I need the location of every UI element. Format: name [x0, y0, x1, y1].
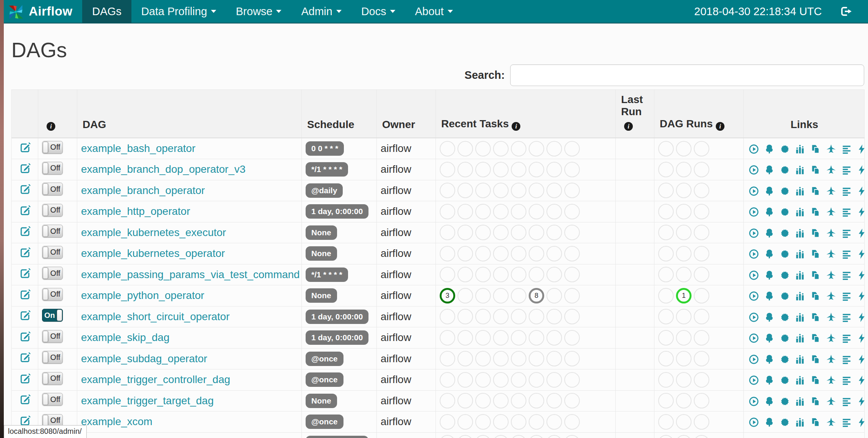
lightning-icon[interactable]	[857, 375, 867, 385]
graph-burst-icon[interactable]	[780, 396, 790, 407]
bar-chart-icon[interactable]	[795, 312, 805, 322]
edit-dag-icon[interactable]	[19, 267, 31, 279]
align-left-icon[interactable]	[841, 207, 852, 217]
play-circle-icon[interactable]	[749, 291, 759, 301]
bar-chart-icon[interactable]	[795, 396, 805, 407]
align-left-icon[interactable]	[841, 333, 852, 343]
duplicate-icon[interactable]	[810, 333, 821, 343]
play-circle-icon[interactable]	[749, 144, 759, 154]
lightning-icon[interactable]	[857, 396, 867, 407]
play-circle-icon[interactable]	[749, 228, 759, 238]
dag-pause-toggle[interactable]: On	[42, 309, 63, 322]
dag-pause-toggle[interactable]: Off	[42, 330, 63, 343]
bar-chart-icon[interactable]	[795, 333, 805, 343]
duplicate-icon[interactable]	[810, 375, 821, 385]
bar-chart-icon[interactable]	[795, 291, 805, 301]
duplicate-icon[interactable]	[810, 417, 821, 427]
edit-dag-icon[interactable]	[19, 415, 31, 426]
play-circle-icon[interactable]	[749, 249, 759, 259]
edit-dag-icon[interactable]	[19, 373, 31, 384]
nav-item-admin[interactable]: Admin	[291, 0, 351, 23]
sign-out-icon[interactable]	[839, 5, 852, 18]
dag-pause-toggle[interactable]: Off	[42, 267, 63, 280]
play-circle-icon[interactable]	[749, 186, 759, 196]
tree-icon[interactable]	[764, 291, 774, 301]
lightning-icon[interactable]	[857, 417, 867, 427]
plane-icon[interactable]	[826, 186, 836, 196]
tree-icon[interactable]	[764, 312, 774, 322]
align-left-icon[interactable]	[841, 249, 852, 259]
lightning-icon[interactable]	[857, 165, 867, 175]
graph-burst-icon[interactable]	[780, 249, 790, 259]
edit-dag-icon[interactable]	[19, 394, 31, 405]
graph-burst-icon[interactable]	[780, 144, 790, 154]
airflow-brand[interactable]: Airflow	[4, 0, 82, 23]
lightning-icon[interactable]	[857, 207, 867, 217]
nav-item-docs[interactable]: Docs	[351, 0, 405, 23]
play-circle-icon[interactable]	[749, 270, 759, 280]
align-left-icon[interactable]	[841, 396, 852, 407]
dag-link[interactable]: example_xcom	[81, 416, 152, 427]
edit-dag-icon[interactable]	[19, 247, 31, 258]
lightning-icon[interactable]	[857, 270, 867, 280]
bar-chart-icon[interactable]	[795, 354, 805, 364]
edit-dag-icon[interactable]	[19, 225, 31, 237]
dag-link[interactable]: example_kubernetes_executor	[81, 227, 226, 238]
tree-icon[interactable]	[764, 165, 774, 175]
dag-pause-toggle[interactable]: Off	[42, 246, 63, 259]
dag-pause-toggle[interactable]: Off	[42, 204, 63, 217]
edit-dag-icon[interactable]	[19, 289, 31, 300]
duplicate-icon[interactable]	[810, 270, 821, 280]
edit-dag-icon[interactable]	[19, 205, 31, 216]
bar-chart-icon[interactable]	[795, 207, 805, 217]
lightning-icon[interactable]	[857, 144, 867, 154]
align-left-icon[interactable]	[841, 312, 852, 322]
bar-chart-icon[interactable]	[795, 249, 805, 259]
graph-burst-icon[interactable]	[780, 207, 790, 217]
align-left-icon[interactable]	[841, 165, 852, 175]
play-circle-icon[interactable]	[749, 396, 759, 407]
play-circle-icon[interactable]	[749, 354, 759, 364]
dag-pause-toggle[interactable]: Off	[42, 372, 63, 385]
graph-burst-icon[interactable]	[780, 375, 790, 385]
play-circle-icon[interactable]	[749, 165, 759, 175]
tree-icon[interactable]	[764, 354, 774, 364]
edit-dag-icon[interactable]	[19, 142, 31, 153]
tree-icon[interactable]	[764, 375, 774, 385]
bar-chart-icon[interactable]	[795, 270, 805, 280]
plane-icon[interactable]	[826, 312, 836, 322]
dag-link[interactable]: example_kubernetes_operator	[81, 247, 225, 259]
edit-dag-icon[interactable]	[19, 183, 31, 195]
bar-chart-icon[interactable]	[795, 144, 805, 154]
dag-link[interactable]: example_http_operator	[81, 205, 190, 217]
lightning-icon[interactable]	[857, 312, 867, 322]
dag-pause-toggle[interactable]: Off	[42, 183, 63, 196]
align-left-icon[interactable]	[841, 291, 852, 301]
dag-pause-toggle[interactable]: Off	[42, 351, 63, 364]
tree-icon[interactable]	[764, 333, 774, 343]
plane-icon[interactable]	[826, 249, 836, 259]
align-left-icon[interactable]	[841, 417, 852, 427]
dag-pause-toggle[interactable]: Off	[42, 393, 63, 406]
duplicate-icon[interactable]	[810, 396, 821, 407]
duplicate-icon[interactable]	[810, 249, 821, 259]
dag-link[interactable]: example_bash_operator	[81, 142, 195, 154]
bar-chart-icon[interactable]	[795, 186, 805, 196]
tree-icon[interactable]	[764, 270, 774, 280]
graph-burst-icon[interactable]	[780, 312, 790, 322]
nav-item-about[interactable]: About	[405, 0, 463, 23]
dag-link[interactable]: example_trigger_controller_dag	[81, 374, 230, 385]
edit-dag-icon[interactable]	[19, 163, 31, 174]
bar-chart-icon[interactable]	[795, 228, 805, 238]
align-left-icon[interactable]	[841, 228, 852, 238]
duplicate-icon[interactable]	[810, 228, 821, 238]
plane-icon[interactable]	[826, 396, 836, 407]
play-circle-icon[interactable]	[749, 375, 759, 385]
play-circle-icon[interactable]	[749, 417, 759, 427]
graph-burst-icon[interactable]	[780, 417, 790, 427]
bar-chart-icon[interactable]	[795, 375, 805, 385]
dag-link[interactable]: example_python_operator	[81, 289, 204, 301]
dag-pause-toggle[interactable]: Off	[42, 288, 63, 301]
search-input[interactable]	[510, 64, 864, 86]
dag-pause-toggle[interactable]: Off	[42, 225, 63, 238]
